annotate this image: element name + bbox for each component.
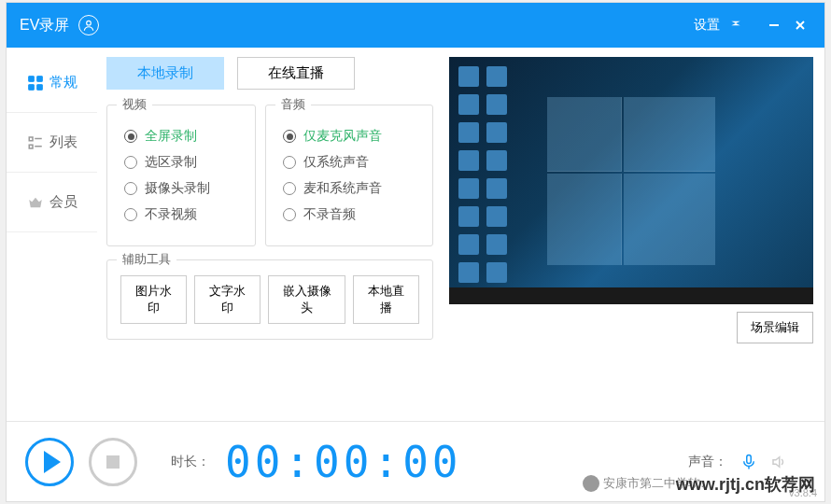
mode-local-record[interactable]: 本地录制	[106, 57, 224, 90]
svg-rect-8	[29, 137, 33, 141]
dropdown-icon[interactable]	[729, 17, 759, 34]
svg-rect-6	[28, 84, 34, 90]
record-button[interactable]	[25, 438, 74, 486]
minimize-button[interactable]	[763, 14, 785, 36]
timer-display: 00:00:00	[225, 437, 462, 487]
sidebar-item-list[interactable]: 列表	[7, 113, 97, 173]
svg-rect-12	[747, 455, 752, 463]
stop-icon	[106, 455, 120, 469]
sidebar: 常规 列表 会员	[7, 48, 97, 421]
audio-opt-both[interactable]: 麦和系统声音	[283, 180, 419, 197]
audio-fieldset: 音频 仅麦克风声音 仅系统声音 麦和系统声音	[265, 105, 433, 246]
duration-label: 时长：	[171, 454, 210, 470]
close-button[interactable]	[789, 14, 811, 36]
sidebar-label: 常规	[49, 74, 77, 91]
speaker-icon[interactable]	[770, 454, 787, 470]
aux-legend: 辅助工具	[117, 251, 176, 268]
sidebar-label: 会员	[49, 193, 77, 211]
svg-rect-4	[28, 76, 34, 81]
audio-opt-system[interactable]: 仅系统声音	[283, 154, 419, 171]
user-icon[interactable]	[78, 15, 99, 35]
sidebar-item-general[interactable]: 常规	[7, 53, 97, 113]
version-label: v3.8.4	[789, 487, 817, 498]
sidebar-item-member[interactable]: 会员	[7, 173, 97, 232]
scene-edit-button[interactable]: 场景编辑	[737, 312, 813, 343]
stop-button[interactable]	[89, 438, 137, 486]
svg-point-0	[87, 21, 92, 25]
audio-legend: 音频	[275, 96, 311, 113]
svg-rect-7	[36, 84, 42, 90]
video-fieldset: 视频 全屏录制 选区录制 摄像头录制	[106, 105, 256, 246]
settings-link[interactable]: 设置	[694, 17, 720, 34]
mode-live-stream[interactable]: 在线直播	[237, 57, 355, 90]
play-icon	[44, 451, 61, 473]
svg-rect-5	[36, 76, 42, 81]
aux-text-watermark[interactable]: 文字水印	[194, 275, 261, 324]
audio-opt-none[interactable]: 不录音频	[283, 206, 419, 223]
aux-image-watermark[interactable]: 图片水印	[120, 275, 187, 324]
sidebar-label: 列表	[49, 133, 77, 151]
audio-opt-mic[interactable]: 仅麦克风声音	[283, 128, 419, 145]
video-legend: 视频	[117, 96, 152, 113]
aux-embed-camera[interactable]: 嵌入摄像头	[268, 275, 345, 324]
microphone-icon[interactable]	[740, 454, 757, 470]
preview-area	[449, 57, 813, 304]
aux-local-live[interactable]: 本地直播	[353, 275, 419, 324]
video-opt-camera[interactable]: 摄像头录制	[124, 180, 242, 197]
video-opt-none[interactable]: 不录视频	[124, 206, 242, 223]
svg-rect-10	[29, 145, 33, 148]
desktop-preview	[449, 57, 813, 304]
app-title: EV录屏	[20, 16, 69, 35]
aux-tools-fieldset: 辅助工具 图片水印 文字水印 嵌入摄像头 本地直播	[106, 259, 433, 340]
wechat-icon	[583, 475, 599, 492]
video-opt-fullscreen[interactable]: 全屏录制	[124, 128, 242, 145]
titlebar: EV录屏 设置	[7, 3, 824, 48]
sound-label: 声音：	[688, 454, 727, 470]
video-opt-region[interactable]: 选区录制	[124, 154, 242, 171]
